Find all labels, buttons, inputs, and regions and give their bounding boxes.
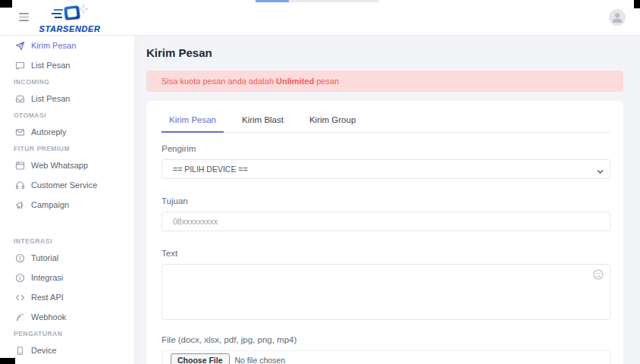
- mail-icon: [15, 127, 25, 137]
- sidebar-section-fitur-premium: FITUR PREMIUM: [0, 142, 140, 155]
- text-area-wrap: [162, 264, 610, 320]
- chat-icon: [15, 61, 25, 71]
- page-title: Kirim Pesan: [146, 46, 640, 59]
- sidebar-item-rest-api[interactable]: Rest API: [0, 287, 140, 307]
- sidebar-item-label: Autoreply: [31, 127, 66, 136]
- sidebar-item-customer-service[interactable]: Customer Service: [0, 175, 140, 195]
- tujuan-label: Tujuan: [162, 196, 610, 206]
- device-select[interactable]: == PILIH DEVICE ==: [162, 159, 610, 179]
- quota-alert-highlight: Unlimited: [276, 77, 314, 86]
- sidebar-item-list-pesan-incoming[interactable]: List Pesan: [0, 89, 140, 108]
- send-icon: [15, 41, 25, 51]
- sidebar-item-label: Device: [31, 346, 57, 355]
- file-input[interactable]: Choose File No file chosen: [162, 350, 610, 364]
- pengirim-label: Pengirim: [162, 144, 610, 153]
- tab-bar: Kirim Pesan Kirim Blast Kirim Group: [162, 111, 610, 133]
- sidebar-section-integrasi: INTEGRASI: [0, 234, 140, 248]
- starsender-logo-icon: [48, 2, 92, 25]
- sidebar-item-device[interactable]: Device: [0, 340, 140, 360]
- brand-logo[interactable]: STARSENDER: [32, 2, 108, 33]
- person-icon: [609, 9, 626, 26]
- hamburger-menu-icon[interactable]: [19, 13, 29, 21]
- quota-alert-suffix: pesan: [316, 77, 339, 86]
- sidebar-nav: Kirim Pesan List Pesan INCOMING List Pes…: [0, 36, 140, 364]
- browser-icon: [15, 161, 25, 171]
- megaphone-icon: [15, 200, 25, 210]
- chevron-down-icon: [597, 167, 604, 176]
- brand-name: STARSENDER: [32, 24, 108, 33]
- sidebar-item-label: Kirim Pesan: [31, 41, 76, 50]
- sidebar-item-tutorial[interactable]: Tutorial: [0, 248, 140, 268]
- sidebar-item-autoreply[interactable]: Autoreply: [0, 122, 140, 142]
- message-textarea[interactable]: [162, 264, 610, 320]
- sidebar-item-integrasi[interactable]: Integrasi: [0, 268, 140, 287]
- file-label: File (docx, xlsx, pdf, jpg, png, mp4): [162, 335, 610, 344]
- tab-kirim-blast[interactable]: Kirim Blast: [234, 111, 291, 133]
- sidebar-item-label: List Pesan: [31, 94, 70, 103]
- choose-file-button[interactable]: Choose File: [171, 353, 230, 364]
- tujuan-input[interactable]: [162, 212, 610, 231]
- sidebar-item-web-whatsapp[interactable]: Web Whatsapp: [0, 155, 140, 175]
- sidebar-item-webhook[interactable]: Webhook: [0, 307, 140, 327]
- headset-icon: [15, 180, 25, 190]
- info-icon: [15, 253, 25, 263]
- code-icon: [15, 293, 25, 303]
- sidebar-item-label: Web Whatsapp: [31, 161, 88, 170]
- tab-kirim-group[interactable]: Kirim Group: [302, 111, 363, 133]
- sidebar-item-label: Rest API: [31, 293, 64, 302]
- quota-alert-text: Sisa kuota pesan anda adalah: [162, 77, 274, 86]
- sidebar-item-label: Integrasi: [31, 273, 63, 282]
- info-icon: [15, 273, 25, 283]
- quota-alert: Sisa kuota pesan anda adalah Unlimited p…: [146, 71, 623, 92]
- window-corner-artifact: [0, 358, 15, 364]
- device-select-value: == PILIH DEVICE ==: [173, 165, 248, 174]
- sidebar-item-label: Campaign: [31, 200, 69, 209]
- sidebar-item-label: Tutorial: [31, 253, 58, 262]
- send-message-card: Kirim Pesan Kirim Blast Kirim Group Peng…: [146, 101, 623, 364]
- page-loading-bar-progress: [256, 0, 289, 2]
- sidebar-item-label: List Pesan: [31, 61, 70, 70]
- sidebar-section-incoming: INCOMING: [0, 75, 140, 89]
- inbox-icon: [15, 94, 25, 104]
- sidebar-section-pengaturan: PENGATURAN: [0, 327, 140, 340]
- sidebar-item-campaign[interactable]: Campaign: [0, 195, 140, 215]
- user-avatar[interactable]: [609, 9, 626, 26]
- main-content: Kirim Pesan Sisa kuota pesan anda adalah…: [140, 36, 640, 364]
- tab-kirim-pesan[interactable]: Kirim Pesan: [162, 111, 224, 133]
- top-navbar: STARSENDER: [0, 0, 640, 36]
- sidebar-section-otomasi: OTOMASI: [0, 108, 140, 122]
- emoji-picker-icon[interactable]: [593, 269, 604, 280]
- sidebar-item-label: Webhook: [31, 312, 66, 322]
- page-loading-bar: [256, 0, 379, 2]
- window-corner-artifact: [0, 0, 12, 8]
- window-corner-artifact: [634, 0, 640, 8]
- sidebar-scrollbar[interactable]: [134, 36, 140, 364]
- rss-icon: [15, 312, 25, 322]
- text-label: Text: [162, 249, 610, 258]
- file-status-text: No file chosen: [235, 356, 286, 364]
- sidebar-item-label: Customer Service: [31, 180, 97, 190]
- sidebar-item-list-pesan[interactable]: List Pesan: [0, 55, 140, 75]
- phone-icon: [15, 346, 25, 356]
- sidebar-item-kirim-pesan[interactable]: Kirim Pesan: [0, 36, 140, 55]
